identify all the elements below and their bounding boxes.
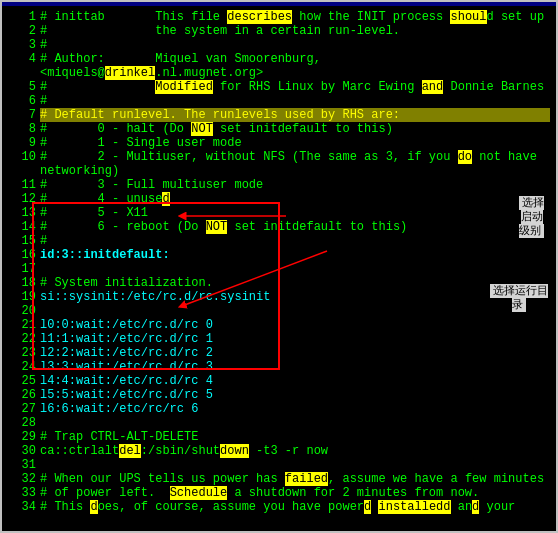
line-number: 22 [8,332,36,346]
line-number: 8 [8,122,36,136]
line-number: 17 [8,262,36,276]
line-15: 15# [8,234,550,248]
line-5: 5# Modified for RHS Linux by Marc Ewing … [8,80,550,94]
callout2-text: 选择运行目录 [490,284,548,312]
line-number: 18 [8,276,36,290]
line-7: 7# Default runlevel. The runlevels used … [8,108,550,122]
line-number: 20 [8,304,36,318]
line-number: 7 [8,108,36,122]
vim-window: 1# inittab This file describes how the I… [0,0,558,533]
line-number: 30 [8,444,36,458]
line-28: 28 [8,416,550,430]
line-27: 27l6:6:wait:/etc/rc/rc 6 [8,402,550,416]
line-number: 4 [8,52,36,66]
line-19: 19si::sysinit:/etc/rc.d/rc.sysinit [8,290,550,304]
line-number: 3 [8,38,36,52]
line-25: 25l4:4:wait:/etc/rc.d/rc 4 [8,374,550,388]
line-2: 2# the system in a certain run-level. [8,24,550,38]
line-20: 20 [8,304,550,318]
line-14: 14# 6 - reboot (Do NOT set initdefault t… [8,220,550,234]
line-number: 14 [8,220,36,234]
callout-rundir: 选择运行目录 [490,284,548,312]
line-number: 11 [8,178,36,192]
line-17: 17 [8,262,550,276]
line-number: 19 [8,290,36,304]
line-4: 4# Author: Miquel van Smoorenburg, <miqu… [8,52,550,80]
line-number: 2 [8,24,36,38]
line-33: 33# of power left. Schedule a shutdown f… [8,486,550,500]
line-number: 1 [8,10,36,24]
line-number: 31 [8,458,36,472]
line-number: 33 [8,486,36,500]
line-number: 21 [8,318,36,332]
line-22: 22l1:1:wait:/etc/rc.d/rc 1 [8,332,550,346]
line-number: 12 [8,192,36,206]
editor-content[interactable]: 1# inittab This file describes how the I… [2,6,556,531]
line-number: 26 [8,388,36,402]
line-number: 23 [8,346,36,360]
line-number: 6 [8,94,36,108]
line-number: 24 [8,360,36,374]
line-31: 31 [8,458,550,472]
line-12: 12# 4 - unused [8,192,550,206]
line-number: 15 [8,234,36,248]
callout1-text: 选择启动级别 [519,196,544,238]
line-8: 8# 0 - halt (Do NOT set initdefault to t… [8,122,550,136]
line-number: 16 [8,248,36,262]
line-number: 28 [8,416,36,430]
line-30: 30ca::ctrlaltdel:/sbin/shutdown -t3 -r n… [8,444,550,458]
line-11: 11# 3 - Full multiuser mode [8,178,550,192]
line-number: 34 [8,500,36,514]
line-3: 3# [8,38,550,52]
line-10: 10# 2 - Multiuser, without NFS (The same… [8,150,550,178]
callout-startup-level: 选择启动级别 [519,196,544,238]
line-24: 24l3:3:wait:/etc/rc.d/rc 3 [8,360,550,374]
line-21: 21l0:0:wait:/etc/rc.d/rc 0 [8,318,550,332]
line-1: 1# inittab This file describes how the I… [8,10,550,24]
line-number: 25 [8,374,36,388]
line-18: 18# System initialization. [8,276,550,290]
line-9: 9# 1 - Single user mode [8,136,550,150]
line-6: 6# [8,94,550,108]
line-number: 27 [8,402,36,416]
line-26: 26l5:5:wait:/etc/rc.d/rc 5 [8,388,550,402]
line-number: 5 [8,80,36,94]
line-number: 32 [8,472,36,486]
line-23: 23l2:2:wait:/etc/rc.d/rc 2 [8,346,550,360]
line-29: 29# Trap CTRL-ALT-DELETE [8,430,550,444]
line-34: 34# This does, of course, assume you hav… [8,500,550,514]
line-number: 29 [8,430,36,444]
line-number: 10 [8,150,36,164]
line-number: 13 [8,206,36,220]
line-16: 16id:3::initdefault: [8,248,550,262]
line-32: 32# When our UPS tells us power has fail… [8,472,550,486]
line-number: 9 [8,136,36,150]
line-13: 13# 5 - X11 [8,206,550,220]
